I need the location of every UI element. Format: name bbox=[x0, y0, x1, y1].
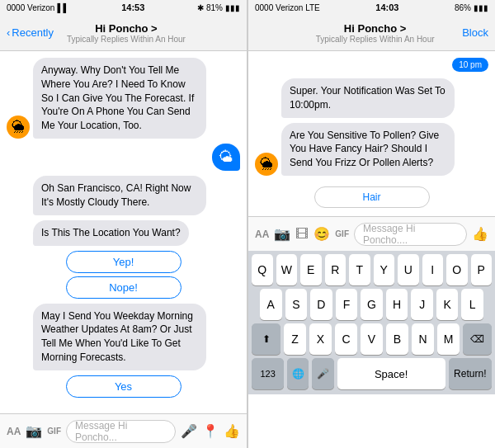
right-thumbsup-icon[interactable]: 👍 bbox=[472, 226, 488, 242]
outgoing-timestamp-bubble: 10 pm bbox=[452, 58, 488, 72]
gif-icon[interactable]: GIF bbox=[47, 427, 61, 436]
aa-icon[interactable]: AA bbox=[7, 426, 21, 437]
key-mic[interactable]: 🎤 bbox=[312, 358, 333, 389]
right-battery-icon: ▮▮▮ bbox=[474, 3, 488, 12]
key-k[interactable]: K bbox=[436, 289, 459, 320]
bubble-incoming: May I Send You Weekday Morning Weather U… bbox=[33, 304, 206, 370]
right-battery-pct: 86% bbox=[455, 3, 471, 12]
key-u[interactable]: U bbox=[398, 254, 419, 285]
msg-row: Super. Your Notification Was Set To 10:0… bbox=[255, 78, 488, 118]
key-b[interactable]: B bbox=[386, 323, 408, 355]
left-message-input[interactable]: Message Hi Poncho... bbox=[66, 420, 176, 443]
key-s[interactable]: S bbox=[285, 289, 308, 320]
right-carrier: 0000 Verizon LTE bbox=[255, 3, 320, 12]
left-nav-subtitle: Typically Replies Within An Hour bbox=[54, 35, 199, 44]
msg-row: Oh San Francisco, CA! Right Now It's Mos… bbox=[7, 176, 240, 215]
key-l[interactable]: L bbox=[461, 289, 483, 320]
thumbsup-icon[interactable]: 👍 bbox=[224, 423, 240, 439]
key-return[interactable]: Return! bbox=[449, 358, 492, 389]
keyboard: Q W E R T Y U I O P A S D F G H J K L ⬆ … bbox=[248, 251, 495, 394]
outgoing-timestamp-row: 10 pm bbox=[255, 58, 488, 72]
right-aa-icon[interactable]: AA bbox=[255, 229, 269, 240]
key-g[interactable]: G bbox=[361, 289, 383, 320]
key-shift[interactable]: ⬆ bbox=[252, 323, 280, 355]
key-a[interactable]: A bbox=[260, 289, 282, 320]
keyboard-row-bottom: 123 🌐 🎤 Space! Return! bbox=[252, 358, 492, 389]
key-r[interactable]: R bbox=[325, 254, 346, 285]
key-h[interactable]: H bbox=[386, 289, 408, 320]
camera-icon[interactable]: 📷 bbox=[26, 423, 42, 439]
hair-option-btn[interactable]: Hair bbox=[314, 186, 430, 208]
left-back-chevron: ‹ bbox=[7, 26, 10, 39]
right-status-bar: 0000 Verizon LTE 14:03 86% ▮▮▮ bbox=[248, 0, 495, 15]
key-c[interactable]: C bbox=[335, 323, 357, 355]
left-chat-area: 🌦 Anyway. Why Don't You Tell Me Where Yo… bbox=[0, 51, 247, 413]
right-message-input[interactable]: Message Hi Poncho.... bbox=[354, 223, 467, 246]
key-z[interactable]: Z bbox=[284, 323, 306, 355]
bubble-pollen-question: Are You Sensitive To Pollen? Give You Ha… bbox=[281, 123, 455, 176]
bubble-incoming: Anyway. Why Don't You Tell Me Where You … bbox=[33, 58, 206, 139]
avatar: 🌦 bbox=[7, 116, 30, 139]
key-n[interactable]: N bbox=[412, 323, 434, 355]
center-options-group: Hair Pollen! No, Thanks. bbox=[255, 184, 488, 216]
left-battery-pct: 81% bbox=[206, 3, 223, 12]
right-gif-icon[interactable]: GIF bbox=[335, 229, 349, 238]
center-option-hair: Hair bbox=[314, 184, 430, 210]
bubble-incoming: Super. Your Notification Was Set To 10:0… bbox=[281, 78, 455, 118]
right-emoji-icon[interactable]: 😊 bbox=[314, 226, 330, 242]
quick-reply-nope[interactable]: Nope! bbox=[66, 276, 182, 299]
key-f[interactable]: F bbox=[336, 289, 358, 320]
key-p[interactable]: P bbox=[471, 254, 493, 285]
key-q[interactable]: Q bbox=[252, 254, 273, 285]
right-camera-icon[interactable]: 📷 bbox=[274, 226, 290, 242]
key-j[interactable]: J bbox=[411, 289, 433, 320]
left-panel: 0000 Verizon ▌▌ 14:53 ✱ 81% ▮▮▮ ‹ Recent… bbox=[0, 0, 248, 448]
quick-reply-yes[interactable]: Yes bbox=[66, 375, 182, 398]
key-t[interactable]: T bbox=[349, 254, 370, 285]
key-i[interactable]: I bbox=[422, 254, 444, 285]
right-nav-title: Hi Poncho > bbox=[288, 22, 462, 35]
keyboard-row-3: ⬆ Z X C V B N M ⌫ bbox=[252, 323, 492, 355]
key-m[interactable]: M bbox=[437, 323, 460, 355]
left-carrier: 0000 Verizon bbox=[7, 3, 54, 12]
key-y[interactable]: Y bbox=[374, 254, 395, 285]
key-v[interactable]: V bbox=[361, 323, 383, 355]
key-o[interactable]: O bbox=[446, 254, 468, 285]
right-sticker-icon[interactable]: 🎞 bbox=[295, 227, 309, 242]
right-nav-title-group: Hi Poncho > Typically Replies Within An … bbox=[288, 22, 462, 44]
right-chat-area: 10 pm Super. Your Notification Was Set T… bbox=[248, 51, 495, 216]
quick-reply-group: Yep! Nope! bbox=[7, 251, 240, 299]
mic-icon[interactable]: 🎤 bbox=[181, 423, 197, 439]
key-space[interactable]: Space! bbox=[337, 358, 446, 389]
location-icon[interactable]: 📍 bbox=[202, 423, 219, 439]
msg-row: 🌦 Anyway. Why Don't You Tell Me Where Yo… bbox=[7, 58, 240, 139]
msg-row: Is This The Location You Want? bbox=[7, 220, 240, 246]
keyboard-row-2: A S D F G H J K L bbox=[252, 289, 492, 320]
key-123[interactable]: 123 bbox=[252, 358, 284, 389]
left-back-button[interactable]: ‹ Recently bbox=[7, 26, 54, 39]
key-globe[interactable]: 🌐 bbox=[287, 358, 309, 389]
key-d[interactable]: D bbox=[310, 289, 332, 320]
right-avatar: 🌦 bbox=[255, 153, 278, 176]
left-status-left: 0000 Verizon ▌▌ bbox=[7, 3, 69, 12]
keyboard-row-1: Q W E R T Y U I O P bbox=[252, 254, 492, 285]
left-time: 14:53 bbox=[121, 2, 144, 12]
key-delete[interactable]: ⌫ bbox=[463, 323, 492, 355]
left-nav-title: Hi Poncho > bbox=[54, 22, 199, 35]
right-status-right: 86% ▮▮▮ bbox=[455, 3, 488, 12]
msg-row-outgoing: 🌤 bbox=[7, 144, 240, 171]
right-panel: 0000 Verizon LTE 14:03 86% ▮▮▮ Hi Poncho… bbox=[248, 0, 495, 448]
bubble-outgoing-emoji: 🌤 bbox=[212, 144, 240, 171]
left-signal-icon: ▌▌ bbox=[57, 3, 68, 12]
left-status-right: ✱ 81% ▮▮▮ bbox=[197, 3, 240, 12]
key-w[interactable]: W bbox=[276, 254, 298, 285]
right-nav-subtitle: Typically Replies Within An Hour bbox=[288, 35, 462, 44]
key-e[interactable]: E bbox=[300, 254, 322, 285]
right-block-button[interactable]: Block bbox=[462, 26, 488, 39]
bubble-incoming: Oh San Francisco, CA! Right Now It's Mos… bbox=[33, 176, 206, 215]
right-nav-bar: Hi Poncho > Typically Replies Within An … bbox=[248, 15, 495, 51]
left-status-bar: 0000 Verizon ▌▌ 14:53 ✱ 81% ▮▮▮ bbox=[0, 0, 247, 15]
quick-reply-yep[interactable]: Yep! bbox=[66, 251, 182, 273]
key-x[interactable]: X bbox=[309, 323, 332, 355]
msg-row-pollen: 🌦 Are You Sensitive To Pollen? Give You … bbox=[255, 123, 488, 176]
